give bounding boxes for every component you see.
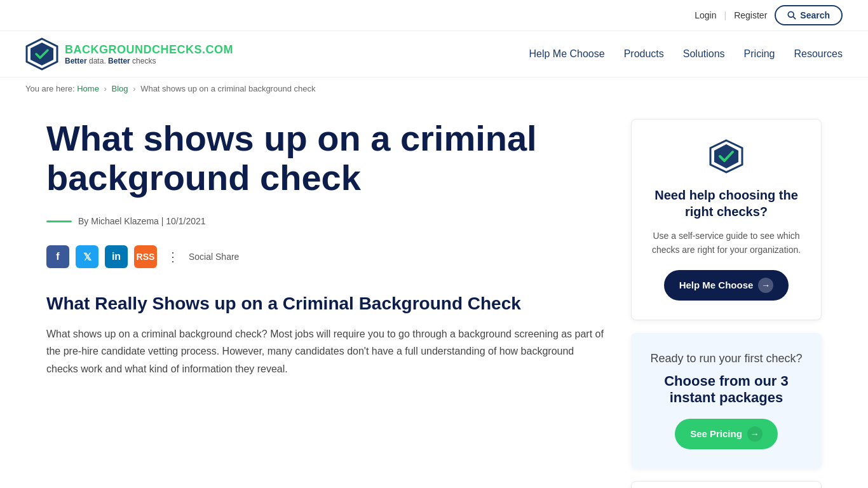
nav-products[interactable]: Products [624,48,664,60]
register-link[interactable]: Register [734,10,767,20]
logo-accent: CHECKS.COM [152,43,233,56]
svg-marker-3 [31,43,53,65]
help-me-choose-button[interactable]: Help Me Choose → [664,270,789,301]
top-bar-links: Login | Register Search [695,5,843,25]
login-link[interactable]: Login [695,10,716,20]
logo-plain: BACKGROUND [65,43,152,56]
pricing-arrow-icon: → [747,426,763,442]
social-share: f 𝕏 in RSS ⋮ Social Share [46,245,606,268]
main-content: What shows up on a criminal background c… [46,119,606,488]
breadcrumb-blog[interactable]: Blog [112,84,128,93]
social-share-label: Social Share [189,252,239,262]
sidebar-card2-bold: Choose from our 3 instant packages [647,373,806,406]
linkedin-icon[interactable]: in [105,245,128,268]
header: BACKGROUNDCHECKS.COM Better data. Better… [0,31,868,78]
topbar-divider: | [724,10,727,20]
rss-icon[interactable]: RSS [134,245,157,268]
logo-tagline: Better data. Better checks [65,57,233,65]
nav-help-me-choose[interactable]: Help Me Choose [529,48,604,60]
nav-resources[interactable]: Resources [794,48,843,60]
logo-title: BACKGROUNDCHECKS.COM [65,43,233,57]
article-body: What shows up on a criminal background c… [46,325,606,377]
author-line: By Michael Klazema | 10/1/2021 [46,216,606,226]
section-title: What Really Shows up on a Criminal Backg… [46,294,606,314]
nav-solutions[interactable]: Solutions [683,48,725,60]
sidebar-card-pricing: Ready to run your first check? Choose fr… [631,333,822,468]
svg-marker-5 [714,144,738,168]
logo-area[interactable]: BACKGROUNDCHECKS.COM Better data. Better… [25,37,233,71]
facebook-icon[interactable]: f [46,245,69,268]
sidebar-card-report: Get your report instantly [631,481,822,488]
search-button[interactable]: Search [775,5,843,25]
accent-bar [46,220,72,222]
breadcrumb-home[interactable]: Home [77,84,99,93]
sidebar: Need help choosing the right checks? Use… [631,119,822,488]
more-share-icon[interactable]: ⋮ [163,247,182,266]
logo-icon [25,37,58,71]
see-pricing-button[interactable]: See Pricing → [675,419,778,449]
breadcrumb: You are here: Home › Blog › What shows u… [0,78,868,100]
twitter-icon[interactable]: 𝕏 [76,245,98,268]
breadcrumb-sep1: › [104,84,107,93]
sidebar-card1-title: Need help choosing the right checks? [648,187,805,220]
svg-point-0 [789,11,794,17]
article-title: What shows up on a criminal background c… [46,119,606,197]
svg-line-1 [793,17,796,19]
top-bar: Login | Register Search [0,0,868,31]
breadcrumb-current: What shows up on a criminal background c… [140,84,315,93]
search-icon [787,11,796,20]
arrow-icon: → [758,278,773,293]
sidebar-card-help: Need help choosing the right checks? Use… [631,119,822,320]
author-text: By Michael Klazema | 10/1/2021 [78,216,206,226]
main-nav: Help Me Choose Products Solutions Pricin… [529,48,843,60]
nav-pricing[interactable]: Pricing [744,48,775,60]
breadcrumb-prefix: You are here: [25,84,75,93]
logo-text: BACKGROUNDCHECKS.COM Better data. Better… [65,43,233,65]
sidebar-card2-title: Ready to run your first check? [647,352,806,365]
page-layout: What shows up on a criminal background c… [21,100,847,488]
sidebar-logo-icon [709,139,744,174]
breadcrumb-sep2: › [133,84,135,93]
sidebar-card1-desc: Use a self-service guide to see which ch… [648,229,805,257]
